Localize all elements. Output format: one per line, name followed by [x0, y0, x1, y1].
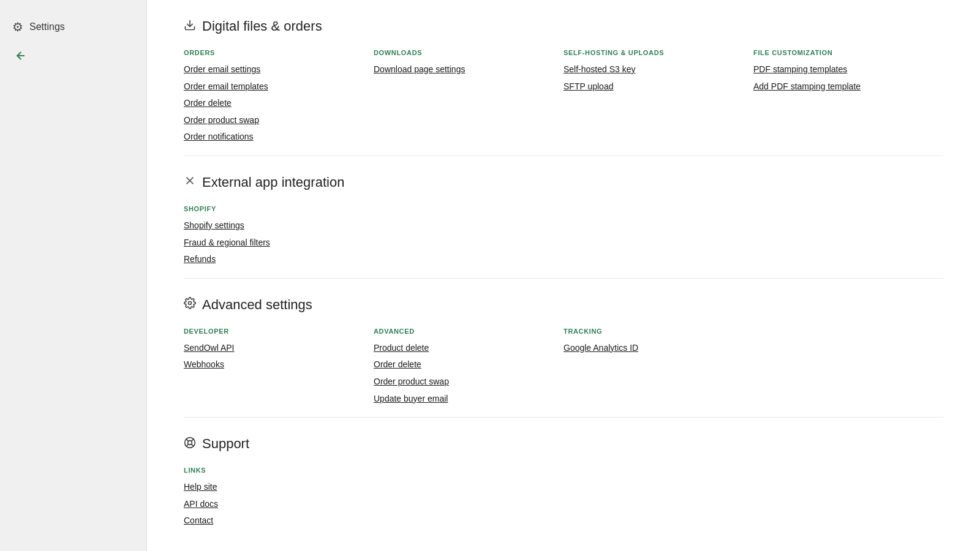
link-digital-files-2-0[interactable]: Self-hosted S3 key — [564, 64, 753, 76]
link-digital-files-3-1[interactable]: Add PDF stamping template — [753, 81, 943, 93]
columns-advanced-settings: DEVELOPERSendOwl APIWebhooksADVANCEDProd… — [184, 328, 943, 405]
column-digital-files-3: FILE CUSTOMIZATIONPDF stamping templates… — [753, 49, 943, 143]
link-support-0-1[interactable]: API docs — [184, 498, 374, 511]
column-external-app-3 — [753, 205, 943, 266]
link-external-app-0-1[interactable]: Fraud & regional filters — [184, 237, 374, 249]
link-external-app-0-2[interactable]: Refunds — [184, 253, 374, 266]
link-advanced-settings-1-0[interactable]: Product delete — [374, 342, 564, 354]
column-support-2 — [564, 467, 753, 527]
svg-line-8 — [191, 444, 194, 446]
section-title-text-support: Support — [202, 436, 249, 452]
columns-external-app: SHOPIFYShopify settingsFraud & regional … — [184, 205, 943, 266]
link-advanced-settings-0-0[interactable]: SendOwl API — [184, 342, 374, 354]
section-title-external-app: External app integration — [184, 174, 943, 190]
col-links-support-0: Help siteAPI docsContact — [184, 481, 374, 527]
link-digital-files-2-1[interactable]: SFTP upload — [564, 81, 753, 93]
link-advanced-settings-2-0[interactable]: Google Analytics ID — [564, 342, 753, 354]
col-links-digital-files-3: PDF stamping templatesAdd PDF stamping t… — [753, 64, 943, 92]
col-links-digital-files-1: Download page settings — [374, 64, 564, 76]
link-advanced-settings-1-2[interactable]: Order product swap — [374, 376, 564, 388]
link-support-0-2[interactable]: Contact — [184, 515, 374, 527]
link-digital-files-0-1[interactable]: Order email templates — [184, 81, 374, 93]
column-advanced-settings-3 — [753, 328, 943, 405]
col-links-advanced-settings-0: SendOwl APIWebhooks — [184, 342, 374, 371]
settings-icon: ⚙ — [12, 20, 23, 34]
col-header-digital-files-3: FILE CUSTOMIZATION — [753, 49, 943, 56]
col-links-digital-files-0: Order email settingsOrder email template… — [184, 64, 374, 143]
svg-point-4 — [189, 302, 192, 305]
svg-line-10 — [186, 444, 189, 446]
col-links-external-app-0: Shopify settingsFraud & regional filters… — [184, 220, 374, 266]
col-header-digital-files-1: DOWNLOADS — [374, 49, 564, 56]
nav-back-icon — [12, 49, 26, 66]
section-digital-files: Digital files & ordersORDERSOrder email … — [184, 0, 943, 156]
col-header-advanced-settings-0: DEVELOPER — [184, 328, 374, 335]
section-icon-advanced-settings — [184, 297, 196, 312]
col-links-advanced-settings-1: Product deleteOrder deleteOrder product … — [374, 342, 564, 405]
columns-support: LINKSHelp siteAPI docsContact — [184, 467, 943, 527]
columns-digital-files: ORDERSOrder email settingsOrder email te… — [184, 49, 943, 143]
col-header-advanced-settings-2: TRACKING — [564, 328, 753, 335]
col-links-advanced-settings-2: Google Analytics ID — [564, 342, 753, 354]
column-support-0: LINKSHelp siteAPI docsContact — [184, 467, 374, 527]
link-external-app-0-0[interactable]: Shopify settings — [184, 220, 374, 232]
section-support: SupportLINKSHelp siteAPI docsContact — [184, 418, 943, 539]
sidebar-settings-label: Settings — [29, 21, 65, 32]
column-external-app-2 — [564, 205, 753, 266]
section-external-app: External app integrationSHOPIFYShopify s… — [184, 156, 943, 279]
link-advanced-settings-1-3[interactable]: Update buyer email — [374, 393, 564, 405]
sidebar: ⚙ Settings — [0, 0, 147, 551]
section-title-text-digital-files: Digital files & orders — [202, 18, 322, 34]
col-header-digital-files-2: SELF-HOSTING & UPLOADS — [564, 49, 753, 56]
column-digital-files-2: SELF-HOSTING & UPLOADSSelf-hosted S3 key… — [564, 49, 753, 143]
svg-line-9 — [191, 439, 194, 441]
section-advanced-settings: Advanced settingsDEVELOPERSendOwl APIWeb… — [184, 279, 943, 418]
sidebar-item-nav[interactable] — [0, 42, 146, 73]
section-title-digital-files: Digital files & orders — [184, 18, 943, 34]
section-title-support: Support — [184, 436, 943, 452]
section-title-text-external-app: External app integration — [202, 174, 344, 190]
sidebar-item-settings[interactable]: ⚙ Settings — [0, 12, 146, 42]
link-support-0-0[interactable]: Help site — [184, 481, 374, 493]
link-digital-files-1-0[interactable]: Download page settings — [374, 64, 564, 76]
section-title-text-advanced-settings: Advanced settings — [202, 297, 312, 313]
column-advanced-settings-2: TRACKINGGoogle Analytics ID — [564, 328, 753, 405]
col-header-advanced-settings-1: ADVANCED — [374, 328, 564, 335]
section-title-advanced-settings: Advanced settings — [184, 297, 943, 313]
col-header-digital-files-0: ORDERS — [184, 49, 374, 56]
section-icon-support — [184, 437, 196, 452]
column-advanced-settings-0: DEVELOPERSendOwl APIWebhooks — [184, 328, 374, 405]
link-digital-files-0-3[interactable]: Order product swap — [184, 114, 374, 127]
col-header-external-app-0: SHOPIFY — [184, 205, 374, 212]
link-digital-files-0-0[interactable]: Order email settings — [184, 64, 374, 76]
link-digital-files-3-0[interactable]: PDF stamping templates — [753, 64, 943, 76]
link-digital-files-0-4[interactable]: Order notifications — [184, 131, 374, 143]
col-header-support-0: LINKS — [184, 467, 374, 474]
svg-line-7 — [186, 439, 189, 441]
link-advanced-settings-1-1[interactable]: Order delete — [374, 359, 564, 371]
column-support-1 — [374, 467, 564, 527]
section-icon-digital-files — [184, 19, 196, 34]
column-advanced-settings-1: ADVANCEDProduct deleteOrder deleteOrder … — [374, 328, 564, 405]
column-support-3 — [753, 467, 943, 527]
link-advanced-settings-0-1[interactable]: Webhooks — [184, 359, 374, 371]
column-external-app-1 — [374, 205, 564, 266]
column-digital-files-1: DOWNLOADSDownload page settings — [374, 49, 564, 143]
section-icon-external-app — [184, 174, 196, 190]
main-content: Digital files & ordersORDERSOrder email … — [147, 0, 980, 551]
link-digital-files-0-2[interactable]: Order delete — [184, 97, 374, 110]
column-digital-files-0: ORDERSOrder email settingsOrder email te… — [184, 49, 374, 143]
col-links-digital-files-2: Self-hosted S3 keySFTP upload — [564, 64, 753, 92]
column-external-app-0: SHOPIFYShopify settingsFraud & regional … — [184, 205, 374, 266]
